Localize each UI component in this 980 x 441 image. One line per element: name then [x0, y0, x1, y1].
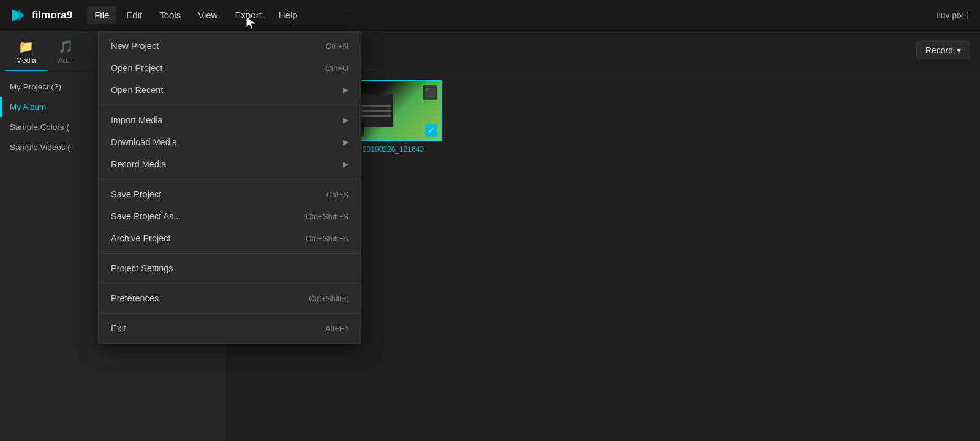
media-item-2-label: 20190226_121643	[363, 145, 424, 154]
menu-new-project-label: New Project	[111, 41, 159, 51]
media-tab-icon: 📁	[18, 39, 34, 54]
menu-save-project-as-label: Save Project As...	[111, 211, 181, 221]
menu-view[interactable]: View	[190, 6, 225, 24]
menu-import-media-label: Import Media	[111, 115, 163, 125]
menu-import-media[interactable]: Import Media ▶	[99, 109, 361, 131]
menu-save-project-shortcut: Ctrl+S	[326, 190, 349, 199]
menu-archive-project[interactable]: Archive Project Ctrl+Shift+A	[99, 227, 361, 249]
menu-open-recent-label: Open Recent	[111, 85, 163, 95]
download-media-arrow-icon: ▶	[343, 138, 349, 146]
menu-open-project-label: Open Project	[111, 63, 163, 73]
menu-preferences[interactable]: Preferences Ctrl+Shift+,	[99, 287, 361, 309]
menu-bar: File Edit Tools View Export Help	[87, 6, 937, 24]
logo-area: filmora9	[10, 7, 72, 24]
record-button[interactable]: Record ▾	[916, 41, 970, 59]
menu-file[interactable]: File	[87, 6, 116, 24]
menu-exit-shortcut: Alt+F4	[325, 324, 349, 333]
menu-preferences-shortcut: Ctrl+Shift+,	[309, 294, 349, 303]
app-title: filmora9	[32, 9, 72, 21]
import-media-arrow-icon: ▶	[343, 116, 349, 124]
filmora-logo-icon	[10, 7, 27, 24]
record-media-arrow-icon: ▶	[343, 160, 349, 168]
tab-audio[interactable]: 🎵 Au...	[47, 36, 85, 71]
menu-save-project-as-shortcut: Ctrl+Shift+S	[306, 212, 349, 221]
tab-audio-label: Au...	[58, 56, 74, 65]
svg-marker-1	[18, 9, 24, 21]
separator-1	[99, 105, 361, 105]
menu-project-settings-label: Project Settings	[111, 263, 173, 273]
separator-5	[99, 313, 361, 314]
menu-open-project-shortcut: Ctrl+O	[325, 64, 349, 73]
tab-media-label: Media	[16, 56, 36, 65]
file-menu-dropdown: New Project Ctrl+N Open Project Ctrl+O O…	[98, 31, 361, 344]
title-bar: filmora9 File Edit Tools View Export Hel…	[0, 0, 980, 31]
menu-preferences-label: Preferences	[111, 293, 159, 303]
film-icon-2: ⬛	[423, 85, 437, 100]
audio-tab-icon: 🎵	[58, 39, 74, 54]
record-label: Record	[925, 45, 953, 55]
menu-new-project[interactable]: New Project Ctrl+N	[99, 35, 361, 57]
menu-download-media-label: Download Media	[111, 137, 177, 147]
open-recent-arrow-icon: ▶	[343, 86, 349, 94]
menu-help[interactable]: Help	[271, 6, 305, 24]
menu-download-media[interactable]: Download Media ▶	[99, 131, 361, 153]
record-dropdown-icon: ▾	[957, 45, 961, 55]
tab-media[interactable]: 📁 Media	[5, 36, 47, 71]
menu-archive-project-label: Archive Project	[111, 233, 171, 243]
menu-exit[interactable]: Exit Alt+F4	[99, 317, 361, 339]
menu-archive-project-shortcut: Ctrl+Shift+A	[306, 234, 349, 243]
menu-edit[interactable]: Edit	[119, 6, 149, 24]
menu-save-project-as[interactable]: Save Project As... Ctrl+Shift+S	[99, 205, 361, 227]
menu-save-project[interactable]: Save Project Ctrl+S	[99, 183, 361, 205]
check-badge-2: ✓	[425, 124, 437, 137]
menu-open-project[interactable]: Open Project Ctrl+O	[99, 57, 361, 79]
separator-2	[99, 179, 361, 179]
menu-new-project-shortcut: Ctrl+N	[326, 42, 349, 51]
menu-exit-label: Exit	[111, 323, 126, 333]
menu-save-project-label: Save Project	[111, 189, 161, 199]
menu-export[interactable]: Export	[227, 6, 268, 24]
menu-record-media[interactable]: Record Media ▶	[99, 153, 361, 175]
menu-open-recent[interactable]: Open Recent ▶	[99, 79, 361, 101]
menu-tools[interactable]: Tools	[152, 6, 188, 24]
separator-3	[99, 253, 361, 254]
menu-project-settings[interactable]: Project Settings	[99, 257, 361, 279]
separator-4	[99, 283, 361, 284]
user-title: iluv pix 1	[937, 10, 970, 20]
menu-record-media-label: Record Media	[111, 159, 166, 169]
